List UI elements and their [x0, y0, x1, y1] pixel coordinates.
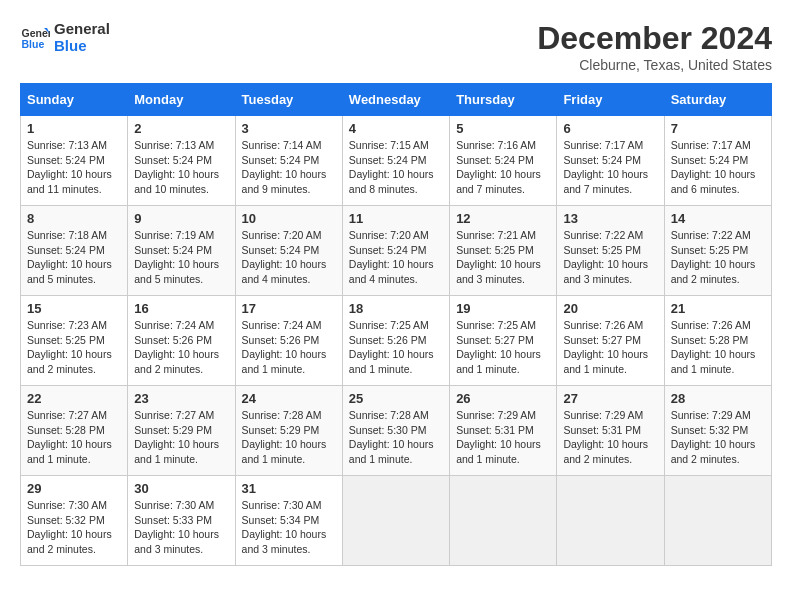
day-cell: 14Sunrise: 7:22 AMSunset: 5:25 PMDayligh…: [664, 206, 771, 296]
day-cell: 3Sunrise: 7:14 AMSunset: 5:24 PMDaylight…: [235, 116, 342, 206]
day-info: Sunrise: 7:17 AMSunset: 5:24 PMDaylight:…: [671, 138, 765, 197]
day-info: Sunrise: 7:28 AMSunset: 5:30 PMDaylight:…: [349, 408, 443, 467]
col-header-thursday: Thursday: [450, 84, 557, 116]
day-cell: 31Sunrise: 7:30 AMSunset: 5:34 PMDayligh…: [235, 476, 342, 566]
day-number: 3: [242, 121, 336, 136]
day-cell: [664, 476, 771, 566]
day-cell: 1Sunrise: 7:13 AMSunset: 5:24 PMDaylight…: [21, 116, 128, 206]
header-row: SundayMondayTuesdayWednesdayThursdayFrid…: [21, 84, 772, 116]
day-info: Sunrise: 7:28 AMSunset: 5:29 PMDaylight:…: [242, 408, 336, 467]
day-cell: 25Sunrise: 7:28 AMSunset: 5:30 PMDayligh…: [342, 386, 449, 476]
subtitle: Cleburne, Texas, United States: [537, 57, 772, 73]
day-cell: 27Sunrise: 7:29 AMSunset: 5:31 PMDayligh…: [557, 386, 664, 476]
day-number: 6: [563, 121, 657, 136]
day-number: 30: [134, 481, 228, 496]
day-cell: 20Sunrise: 7:26 AMSunset: 5:27 PMDayligh…: [557, 296, 664, 386]
logo-icon: General Blue: [20, 22, 50, 52]
day-cell: 15Sunrise: 7:23 AMSunset: 5:25 PMDayligh…: [21, 296, 128, 386]
day-number: 24: [242, 391, 336, 406]
day-cell: 11Sunrise: 7:20 AMSunset: 5:24 PMDayligh…: [342, 206, 449, 296]
day-number: 10: [242, 211, 336, 226]
col-header-tuesday: Tuesday: [235, 84, 342, 116]
day-cell: 4Sunrise: 7:15 AMSunset: 5:24 PMDaylight…: [342, 116, 449, 206]
day-number: 1: [27, 121, 121, 136]
day-info: Sunrise: 7:18 AMSunset: 5:24 PMDaylight:…: [27, 228, 121, 287]
day-info: Sunrise: 7:22 AMSunset: 5:25 PMDaylight:…: [563, 228, 657, 287]
day-number: 17: [242, 301, 336, 316]
day-info: Sunrise: 7:17 AMSunset: 5:24 PMDaylight:…: [563, 138, 657, 197]
title-area: December 2024 Cleburne, Texas, United St…: [537, 20, 772, 73]
day-info: Sunrise: 7:25 AMSunset: 5:26 PMDaylight:…: [349, 318, 443, 377]
day-number: 7: [671, 121, 765, 136]
day-info: Sunrise: 7:25 AMSunset: 5:27 PMDaylight:…: [456, 318, 550, 377]
day-number: 21: [671, 301, 765, 316]
day-cell: 23Sunrise: 7:27 AMSunset: 5:29 PMDayligh…: [128, 386, 235, 476]
day-number: 11: [349, 211, 443, 226]
day-number: 4: [349, 121, 443, 136]
week-row-3: 15Sunrise: 7:23 AMSunset: 5:25 PMDayligh…: [21, 296, 772, 386]
day-info: Sunrise: 7:30 AMSunset: 5:34 PMDaylight:…: [242, 498, 336, 557]
day-number: 2: [134, 121, 228, 136]
day-info: Sunrise: 7:13 AMSunset: 5:24 PMDaylight:…: [27, 138, 121, 197]
day-cell: 2Sunrise: 7:13 AMSunset: 5:24 PMDaylight…: [128, 116, 235, 206]
week-row-4: 22Sunrise: 7:27 AMSunset: 5:28 PMDayligh…: [21, 386, 772, 476]
day-cell: 28Sunrise: 7:29 AMSunset: 5:32 PMDayligh…: [664, 386, 771, 476]
day-number: 25: [349, 391, 443, 406]
day-info: Sunrise: 7:29 AMSunset: 5:31 PMDaylight:…: [456, 408, 550, 467]
svg-text:Blue: Blue: [22, 38, 45, 50]
day-number: 27: [563, 391, 657, 406]
main-title: December 2024: [537, 20, 772, 57]
day-number: 8: [27, 211, 121, 226]
day-info: Sunrise: 7:26 AMSunset: 5:28 PMDaylight:…: [671, 318, 765, 377]
day-number: 22: [27, 391, 121, 406]
day-cell: [450, 476, 557, 566]
day-number: 14: [671, 211, 765, 226]
day-number: 31: [242, 481, 336, 496]
day-number: 26: [456, 391, 550, 406]
col-header-wednesday: Wednesday: [342, 84, 449, 116]
day-number: 13: [563, 211, 657, 226]
day-cell: 18Sunrise: 7:25 AMSunset: 5:26 PMDayligh…: [342, 296, 449, 386]
calendar-table: SundayMondayTuesdayWednesdayThursdayFrid…: [20, 83, 772, 566]
day-info: Sunrise: 7:29 AMSunset: 5:32 PMDaylight:…: [671, 408, 765, 467]
day-number: 18: [349, 301, 443, 316]
day-info: Sunrise: 7:26 AMSunset: 5:27 PMDaylight:…: [563, 318, 657, 377]
day-cell: 26Sunrise: 7:29 AMSunset: 5:31 PMDayligh…: [450, 386, 557, 476]
day-cell: 21Sunrise: 7:26 AMSunset: 5:28 PMDayligh…: [664, 296, 771, 386]
day-cell: 9Sunrise: 7:19 AMSunset: 5:24 PMDaylight…: [128, 206, 235, 296]
day-info: Sunrise: 7:23 AMSunset: 5:25 PMDaylight:…: [27, 318, 121, 377]
day-info: Sunrise: 7:16 AMSunset: 5:24 PMDaylight:…: [456, 138, 550, 197]
day-number: 16: [134, 301, 228, 316]
logo-line2: Blue: [54, 37, 110, 54]
day-info: Sunrise: 7:14 AMSunset: 5:24 PMDaylight:…: [242, 138, 336, 197]
day-number: 29: [27, 481, 121, 496]
day-cell: 16Sunrise: 7:24 AMSunset: 5:26 PMDayligh…: [128, 296, 235, 386]
day-info: Sunrise: 7:20 AMSunset: 5:24 PMDaylight:…: [242, 228, 336, 287]
day-cell: 13Sunrise: 7:22 AMSunset: 5:25 PMDayligh…: [557, 206, 664, 296]
day-cell: 8Sunrise: 7:18 AMSunset: 5:24 PMDaylight…: [21, 206, 128, 296]
logo-line1: General: [54, 20, 110, 37]
day-info: Sunrise: 7:24 AMSunset: 5:26 PMDaylight:…: [134, 318, 228, 377]
day-info: Sunrise: 7:27 AMSunset: 5:29 PMDaylight:…: [134, 408, 228, 467]
col-header-saturday: Saturday: [664, 84, 771, 116]
day-info: Sunrise: 7:21 AMSunset: 5:25 PMDaylight:…: [456, 228, 550, 287]
day-cell: 22Sunrise: 7:27 AMSunset: 5:28 PMDayligh…: [21, 386, 128, 476]
logo: General Blue General Blue: [20, 20, 110, 54]
day-cell: [557, 476, 664, 566]
day-cell: 12Sunrise: 7:21 AMSunset: 5:25 PMDayligh…: [450, 206, 557, 296]
week-row-1: 1Sunrise: 7:13 AMSunset: 5:24 PMDaylight…: [21, 116, 772, 206]
day-info: Sunrise: 7:15 AMSunset: 5:24 PMDaylight:…: [349, 138, 443, 197]
col-header-monday: Monday: [128, 84, 235, 116]
day-cell: 24Sunrise: 7:28 AMSunset: 5:29 PMDayligh…: [235, 386, 342, 476]
day-info: Sunrise: 7:30 AMSunset: 5:33 PMDaylight:…: [134, 498, 228, 557]
day-cell: 5Sunrise: 7:16 AMSunset: 5:24 PMDaylight…: [450, 116, 557, 206]
day-info: Sunrise: 7:19 AMSunset: 5:24 PMDaylight:…: [134, 228, 228, 287]
day-info: Sunrise: 7:29 AMSunset: 5:31 PMDaylight:…: [563, 408, 657, 467]
week-row-2: 8Sunrise: 7:18 AMSunset: 5:24 PMDaylight…: [21, 206, 772, 296]
col-header-sunday: Sunday: [21, 84, 128, 116]
day-cell: 30Sunrise: 7:30 AMSunset: 5:33 PMDayligh…: [128, 476, 235, 566]
day-cell: 17Sunrise: 7:24 AMSunset: 5:26 PMDayligh…: [235, 296, 342, 386]
day-number: 19: [456, 301, 550, 316]
day-cell: [342, 476, 449, 566]
day-cell: 7Sunrise: 7:17 AMSunset: 5:24 PMDaylight…: [664, 116, 771, 206]
